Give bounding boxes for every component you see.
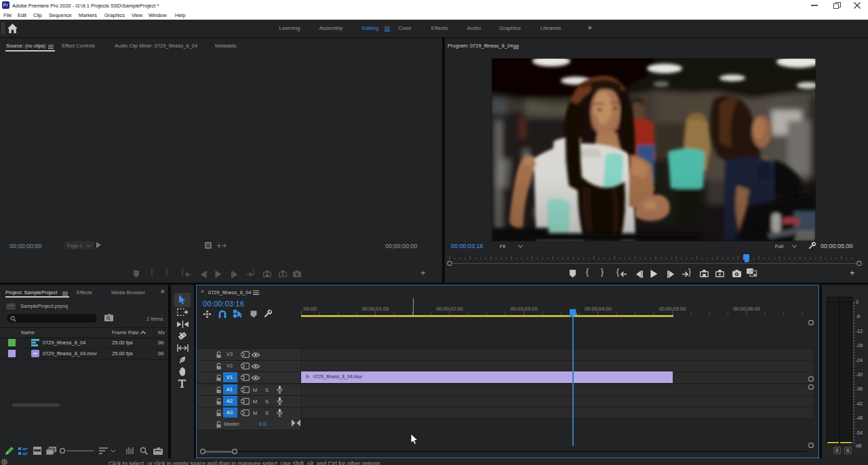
svg-text:00:00:05:00: 00:00:05:00	[659, 306, 686, 312]
svg-text:00:00:01:00: 00:00:01:00	[362, 306, 389, 312]
svg-text:00:00:04:00: 00:00:04:00	[585, 306, 612, 312]
svg-text:00:00:06:00: 00:00:06:00	[733, 306, 760, 312]
svg-text::00:00: :00:00	[302, 306, 317, 312]
svg-text:00:00:03:00: 00:00:03:00	[511, 306, 538, 312]
svg-text:00:00:02:00: 00:00:02:00	[436, 306, 463, 312]
